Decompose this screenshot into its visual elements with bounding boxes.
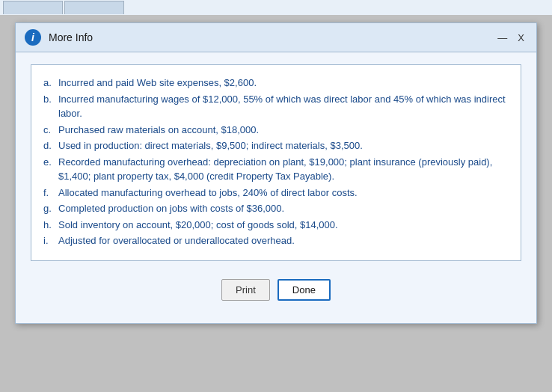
top-tab-1[interactable] [3, 1, 63, 14]
list-item: b. Incurred manufacturing wages of $12,0… [43, 92, 509, 121]
done-button[interactable]: Done [277, 279, 331, 301]
item-text-a: Incurred and paid Web site expenses, $2,… [58, 76, 257, 91]
list-item: h. Sold inventory on account, $20,000; c… [43, 218, 509, 233]
item-text-f: Allocated manufacturing overhead to jobs… [58, 186, 358, 200]
dialog-body: a. Incurred and paid Web site expenses, … [16, 52, 536, 323]
dialog-title-bar: i More Info — X [16, 23, 536, 52]
list-item: a. Incurred and paid Web site expenses, … [43, 76, 509, 91]
item-text-e: Recorded manufacturing overhead: depreci… [58, 155, 509, 184]
top-tab-2[interactable] [64, 1, 124, 14]
list-item: i. Adjusted for overallocated or underal… [43, 233, 509, 248]
item-label-e: e. [43, 155, 54, 184]
item-text-c: Purchased raw materials on account, $18,… [58, 123, 259, 138]
dialog-footer: Print Done [31, 273, 521, 311]
item-label-i: i. [43, 233, 54, 248]
content-box: a. Incurred and paid Web site expenses, … [31, 64, 521, 261]
item-label-f: f. [43, 186, 54, 200]
list-item: c. Purchased raw materials on account, $… [43, 123, 509, 138]
item-label-d: d. [43, 138, 54, 153]
item-text-i: Adjusted for overallocated or underalloc… [58, 233, 295, 248]
item-text-b: Incurred manufacturing wages of $12,000,… [58, 92, 509, 121]
item-text-h: Sold inventory on account, $20,000; cost… [58, 218, 338, 233]
close-button[interactable]: X [515, 32, 527, 43]
list-item: e. Recorded manufacturing overhead: depr… [43, 155, 509, 184]
list-item: f. Allocated manufacturing overhead to j… [43, 186, 509, 200]
print-button[interactable]: Print [221, 279, 270, 301]
minimize-button[interactable]: — [494, 32, 510, 43]
list-item: g. Completed production on jobs with cos… [43, 201, 509, 216]
dialog-wrapper: i More Info — X a. Incurred and paid Web… [0, 15, 552, 392]
top-tabs [3, 1, 124, 14]
item-text-d: Used in production: direct materials, $9… [58, 138, 363, 153]
item-label-h: h. [43, 218, 54, 233]
item-text-g: Completed production on jobs with costs … [58, 201, 284, 216]
item-label-b: b. [43, 92, 54, 121]
list-item: d. Used in production: direct materials,… [43, 138, 509, 153]
item-label-a: a. [43, 76, 54, 91]
title-controls: — X [494, 32, 527, 43]
info-icon: i [25, 29, 41, 46]
dialog-title: More Info [49, 31, 487, 43]
item-label-g: g. [43, 201, 54, 216]
item-label-c: c. [43, 123, 54, 138]
top-bar [0, 0, 552, 15]
more-info-dialog: i More Info — X a. Incurred and paid Web… [15, 22, 537, 324]
item-list: a. Incurred and paid Web site expenses, … [43, 76, 509, 248]
